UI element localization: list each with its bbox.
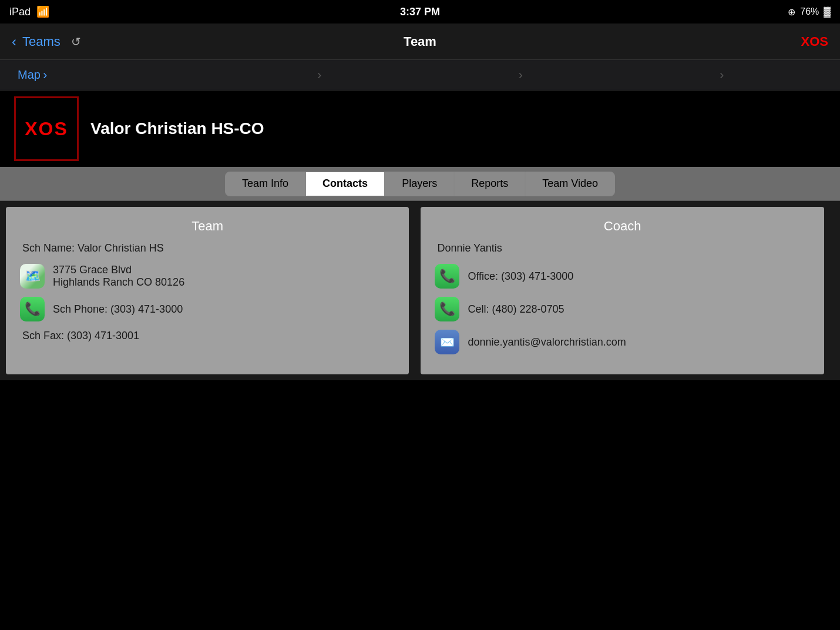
phone-icon-cell[interactable]: 📞 <box>435 297 459 321</box>
back-button[interactable]: Teams <box>22 34 61 49</box>
wifi-icon: 📶 <box>36 5 49 18</box>
coach-contact-card: Coach Donnie Yantis 📞 Office: (303) 471-… <box>421 207 824 374</box>
device-label: iPad <box>9 6 31 18</box>
xos-logo-accent: S <box>819 34 828 49</box>
back-chevron-icon: ‹ <box>12 33 16 50</box>
tab-reports[interactable]: Reports <box>454 172 525 196</box>
school-fax: Sch Fax: (303) 471-3001 <box>20 330 395 342</box>
team-contact-card: Team Sch Name: Valor Christian HS 🗺️ 377… <box>6 207 409 374</box>
phone-icon-school[interactable]: 📞 <box>20 297 45 321</box>
team-logo: XOS <box>14 96 79 161</box>
tab-bar: Team Info Contacts Players Reports Team … <box>0 167 840 201</box>
tab-team-info[interactable]: Team Info <box>225 172 305 196</box>
cell-phone-row: 📞 Cell: (480) 228-0705 <box>435 297 809 321</box>
school-name: Sch Name: Valor Christian HS <box>20 242 395 254</box>
cell-phone: Cell: (480) 228-0705 <box>468 303 564 316</box>
breadcrumb-arrow-1: › <box>219 68 421 83</box>
status-bar: iPad 📶 3:37 PM ⊕ 76% ▓ <box>0 0 840 24</box>
coach-name: Donnie Yantis <box>435 242 809 254</box>
status-left: iPad 📶 <box>9 5 49 18</box>
map-chevron-icon: › <box>43 68 47 83</box>
xos-logo-nav: XOS <box>801 34 828 49</box>
battery-percent: 76% <box>800 6 819 17</box>
empty-space <box>0 380 840 615</box>
breadcrumb-arrow-2: › <box>420 68 621 83</box>
status-time: 3:37 PM <box>400 6 440 18</box>
office-phone-row: 📞 Office: (303) 471-3000 <box>435 264 809 289</box>
team-name: Valor Christian HS-CO <box>90 119 264 138</box>
logo-accent-text: S <box>54 118 68 139</box>
team-card-title: Team <box>20 219 395 234</box>
tab-team-video[interactable]: Team Video <box>525 172 615 196</box>
battery-icon: ▓ <box>824 6 831 17</box>
breadcrumb-arrow-3: › <box>621 68 823 83</box>
phone-icon-office[interactable]: 📞 <box>435 264 459 289</box>
location-icon: ⊕ <box>788 6 795 18</box>
office-phone: Office: (303) 471-3000 <box>468 270 573 283</box>
nav-title: Team <box>404 34 436 49</box>
content-area: Team Sch Name: Valor Christian HS 🗺️ 377… <box>0 201 840 380</box>
email-row: ✉️ donnie.yantis@valorchristian.com <box>435 330 809 354</box>
school-phone-row: 📞 Sch Phone: (303) 471-3000 <box>20 297 395 321</box>
nav-left: ‹ Teams ↺ <box>12 33 81 50</box>
address-row: 🗺️ 3775 Grace Blvd Highlands Ranch CO 80… <box>20 264 395 289</box>
logo-main-text: XO <box>25 118 54 139</box>
address-line2: Highlands Ranch CO 80126 <box>53 276 184 289</box>
tab-players[interactable]: Players <box>385 172 454 196</box>
address-line1: 3775 Grace Blvd <box>53 264 184 276</box>
map-label: Map <box>18 68 41 82</box>
mail-icon[interactable]: ✉️ <box>435 330 459 354</box>
maps-icon[interactable]: 🗺️ <box>20 264 45 289</box>
status-right: ⊕ 76% ▓ <box>788 6 831 18</box>
xos-logo-large: XOS <box>25 118 68 140</box>
coach-card-title: Coach <box>435 219 809 234</box>
contacts-row: Team Sch Name: Valor Christian HS 🗺️ 377… <box>0 201 840 380</box>
tab-contacts[interactable]: Contacts <box>305 172 385 196</box>
nav-bar: ‹ Teams ↺ Team XOS <box>0 24 840 60</box>
team-header: XOS Valor Christian HS-CO <box>0 91 840 167</box>
xos-logo-text: XO <box>801 34 820 49</box>
map-link[interactable]: Map › <box>18 68 219 83</box>
school-phone: Sch Phone: (303) 471-3000 <box>53 303 183 316</box>
map-bar: Map › › › › <box>0 60 840 91</box>
reload-button[interactable]: ↺ <box>71 35 81 49</box>
email-address: donnie.yantis@valorchristian.com <box>468 336 626 348</box>
